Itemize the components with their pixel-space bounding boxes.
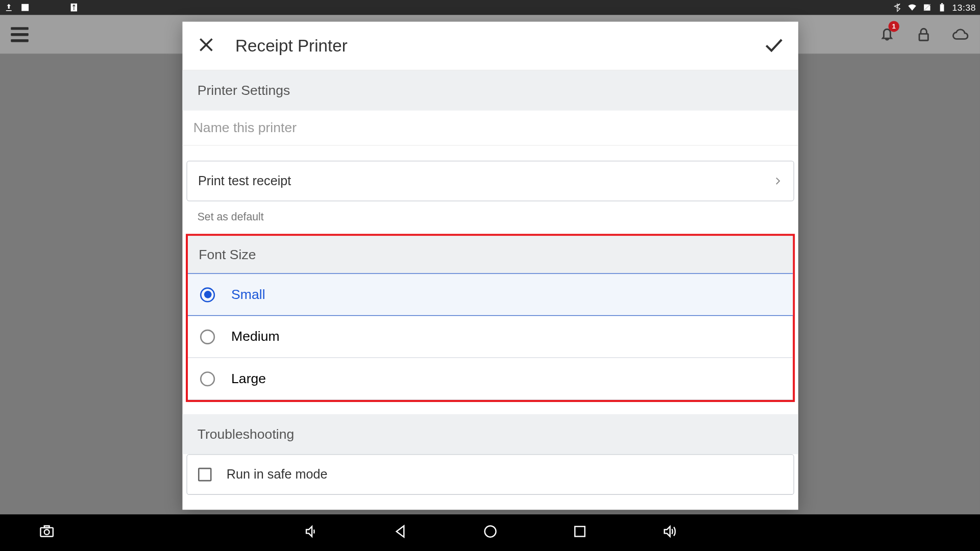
back-icon [393, 524, 408, 539]
checkbox-icon [198, 468, 212, 482]
recents-icon [572, 524, 587, 539]
radio-icon [200, 329, 215, 344]
set-as-default-link[interactable]: Set as default [186, 202, 794, 234]
navigation-bar [0, 514, 980, 551]
font-size-section: Font Size Small Medium Large [186, 234, 795, 402]
home-icon [482, 524, 497, 539]
sim-icon [922, 3, 932, 12]
cloud-icon[interactable] [951, 26, 969, 43]
status-bar: 13:38 [0, 0, 980, 15]
volume-up-icon [662, 524, 676, 539]
svg-point-10 [484, 526, 496, 537]
option-label: Medium [231, 329, 280, 344]
volume-icon [304, 524, 318, 539]
back-button[interactable] [393, 524, 408, 542]
svg-rect-2 [940, 4, 944, 11]
status-time: 13:38 [952, 3, 976, 13]
svg-rect-4 [919, 34, 928, 40]
font-size-medium-option[interactable]: Medium [188, 316, 793, 358]
printer-settings-header: Printer Settings [182, 70, 798, 110]
svg-rect-3 [941, 3, 943, 4]
close-icon [198, 36, 215, 54]
bluetooth-icon [893, 3, 902, 12]
menu-button[interactable] [11, 27, 29, 41]
notification-button[interactable]: 1 [878, 24, 896, 44]
camera-button[interactable] [38, 524, 56, 542]
wifi-icon [908, 3, 917, 12]
usb-icon [69, 3, 79, 12]
image-icon [20, 3, 30, 12]
bluetooth-status-icon [37, 3, 46, 12]
chevron-right-icon [773, 176, 783, 186]
radio-icon [200, 287, 215, 302]
receipt-printer-dialog: Receipt Printer Printer Settings Print t… [182, 22, 798, 510]
option-label: Small [231, 287, 265, 303]
font-size-header: Font Size [188, 236, 793, 273]
volume-down-button[interactable] [304, 524, 318, 542]
safe-mode-label: Run in safe mode [227, 467, 328, 482]
dialog-title: Receipt Printer [235, 36, 348, 56]
safe-mode-checkbox-row[interactable]: Run in safe mode [186, 454, 794, 495]
close-button[interactable] [198, 36, 215, 56]
font-size-large-option[interactable]: Large [188, 358, 793, 400]
home-button[interactable] [482, 524, 497, 542]
confirm-button[interactable] [763, 34, 783, 57]
check-icon [763, 34, 783, 55]
recents-button[interactable] [572, 524, 587, 542]
svg-rect-9 [44, 526, 50, 528]
bluetooth-status-icon-2 [53, 3, 63, 12]
svg-point-8 [44, 530, 50, 535]
battery-icon [937, 3, 947, 12]
font-size-small-option[interactable]: Small [188, 273, 793, 316]
printer-name-row [182, 111, 798, 146]
camera-icon [38, 524, 56, 539]
printer-name-input[interactable] [193, 120, 788, 136]
print-test-receipt-button[interactable]: Print test receipt [186, 161, 794, 202]
option-label: Large [231, 371, 266, 387]
troubleshooting-header: Troubleshooting [182, 414, 798, 454]
lock-icon[interactable] [915, 26, 933, 43]
svg-rect-11 [575, 527, 584, 536]
dialog-header: Receipt Printer [182, 22, 798, 71]
radio-icon [200, 371, 215, 386]
upload-icon [4, 3, 14, 12]
volume-up-button[interactable] [662, 524, 676, 542]
notification-badge: 1 [889, 21, 899, 32]
print-test-label: Print test receipt [198, 173, 291, 188]
